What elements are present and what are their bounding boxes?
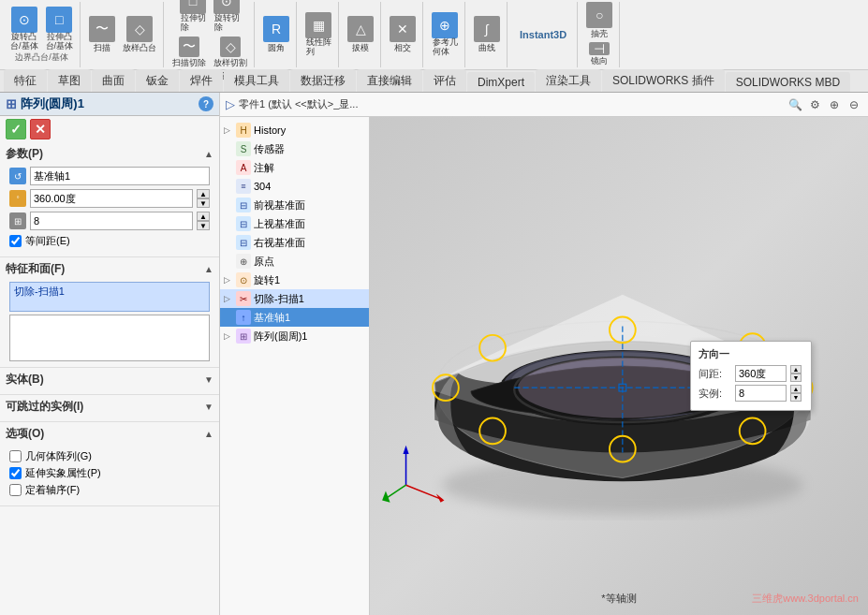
skip-collapse-arrow[interactable]: ▼ [204,402,213,412]
spacing-label: 间距: [699,367,731,381]
spacing-down-btn[interactable]: ▼ [790,373,802,382]
top-toolbar: ⊙ 旋转凸台/基体 □ 拉伸凸台/基体 边界凸台/基体 〜 扫描 ◇ 放样凸台 … [0,0,868,70]
tab-surface[interactable]: 曲面 [92,69,135,92]
right-plane-icon: ⊟ [236,235,251,250]
mirror-btn[interactable]: ⊣ 镜向 [586,41,612,68]
tab-render[interactable]: 渲染工具 [536,69,601,92]
tab-sketch[interactable]: 草图 [48,69,91,92]
angle-input[interactable] [30,189,193,208]
tree-item-origin[interactable]: ⊕ 原点 [220,252,369,271]
tab-mold[interactable]: 模具工具 [224,69,289,92]
options-collapse-arrow[interactable]: ▲ [204,429,213,439]
base-axis-icon: ↑ [236,310,251,325]
angle-down-btn[interactable]: ▼ [197,198,210,208]
params-title-text: 参数(P) [6,146,43,162]
tab-weldment[interactable]: 焊件 [180,69,223,92]
extrude-cut-btn[interactable]: □ 拉伸切除 [177,0,209,34]
tab-direct-edit[interactable]: 直接编辑 [357,69,422,92]
face-selected-item[interactable]: 切除-扫描1 [9,282,210,312]
tree-expand-btn[interactable]: ⊕ [826,96,843,113]
tab-sheet-metal[interactable]: 钣金 [136,69,179,92]
count-param-row: ⊞ ▲ ▼ [9,212,210,230]
tree-item-sensor[interactable]: S 传感器 [220,139,369,158]
skip-title-text: 可跳过的实例(I) [6,399,83,415]
count-down-btn[interactable]: ▼ [197,221,210,230]
ref-geometry-btn[interactable]: ⊕ 参考几何体 [429,11,461,58]
options-section: 选项(O) ▲ 几何体阵列(G) 延伸实象属性(P) 定着轴序(F) [0,422,219,506]
sweep-cut-btn[interactable]: 〜 扫描切除 [169,36,209,70]
fix-axis-checkbox[interactable] [9,484,22,496]
sensor-label: 传感器 [254,142,365,156]
angle-spinner: ▲ ▼ [197,189,210,208]
tree-item-cut-sweep[interactable]: ▷ ✂ 切除-扫描1 [220,289,369,308]
params-collapse-arrow[interactable]: ▲ [204,149,213,159]
face-collapse-arrow[interactable]: ▲ [204,264,213,274]
angle-param-row: ° ▲ ▼ [9,189,210,208]
axis-input[interactable] [30,167,210,185]
revolve-cut-btn[interactable]: ⊙ 旋转切除 [211,0,243,34]
cancel-button[interactable]: ✕ [30,119,51,139]
tab-dimxpert[interactable]: DimXpert [467,72,535,92]
tree-filter-btn[interactable]: ⚙ [806,96,823,113]
tree-search-btn[interactable]: 🔍 [787,96,803,113]
solid-collapse-arrow[interactable]: ▼ [204,374,213,385]
instances-down-btn[interactable]: ▼ [790,393,802,402]
ok-button[interactable]: ✓ [6,119,26,139]
revolve-boss-btn[interactable]: ⊙ 旋转凸台/基体 [7,6,41,52]
ref-geometry-label: 参考几何体 [433,38,458,57]
instant3d-btn[interactable]: Instant3D [513,24,573,45]
loft-icon: ◇ [126,16,153,42]
loft-cut-btn[interactable]: ◇ 放样切割 [211,36,250,70]
intersect-btn[interactable]: ✕ 相交 [387,15,419,55]
spacing-input[interactable] [735,365,787,382]
equal-spacing-checkbox[interactable] [9,235,22,247]
view-label: *等轴测 [601,592,636,606]
linear-pattern-btn[interactable]: ▦ 线性阵列 [302,11,334,58]
loft-cut-icon: ◇ [220,37,241,57]
tree-item-revolve1[interactable]: ▷ ⊙ 旋转1 [220,271,369,289]
tree-item-circular-array[interactable]: ▷ ⊞ 阵列(圆周)1 [220,327,369,345]
tree-item-history[interactable]: ▷ H History [220,121,369,139]
sweep-btn[interactable]: 〜 扫描 [86,15,118,55]
toolbar-group-boss: ⊙ 旋转凸台/基体 □ 拉伸凸台/基体 边界凸台/基体 [4,2,81,67]
draft-btn[interactable]: △ 拔模 [345,15,376,55]
tab-features[interactable]: 特征 [4,69,47,92]
fillet-btn[interactable]: R 圆角 [260,15,292,55]
viewport[interactable]: Ø10 [370,117,868,615]
angle-up-btn[interactable]: ▲ [197,189,210,198]
tab-data-migration[interactable]: 数据迁移 [290,69,356,92]
base-axis-label: 基准轴1 [254,311,365,325]
toolbar-group-shell: ○ 抽壳 ⊣ 镜向 [580,2,620,67]
main-area: ⊞ 阵列(圆周)1 ? ✓ ✕ 参数(P) ▲ ↺ ° [0,93,868,615]
tab-sw-plugins[interactable]: SOLIDWORKS 插件 [602,69,725,92]
tree-item-top-plane[interactable]: ⊟ 上视基准面 [220,214,369,233]
spacing-up-btn[interactable]: ▲ [790,365,802,373]
help-button[interactable]: ? [199,96,213,111]
curve-icon: ∫ [474,16,500,42]
curve-btn[interactable]: ∫ 曲线 [471,15,503,55]
instances-up-btn[interactable]: ▲ [790,385,802,393]
extend-visual-checkbox[interactable] [9,467,22,479]
geo-pattern-checkbox[interactable] [9,450,22,462]
instances-input[interactable] [735,385,787,402]
solid-title-text: 实体(B) [6,372,44,388]
loft-btn[interactable]: ◇ 放样凸台 [120,15,159,55]
tab-evaluate[interactable]: 评估 [423,69,466,92]
count-input[interactable] [30,212,193,230]
tree-item-right-plane[interactable]: ⊟ 右视基准面 [220,233,369,252]
left-panel: ⊞ 阵列(圆周)1 ? ✓ ✕ 参数(P) ▲ ↺ ° [0,93,220,615]
tree-item-base-axis[interactable]: ↑ 基准轴1 [220,308,369,327]
tab-sw-mbd[interactable]: SOLIDWORKS MBD [726,72,850,92]
count-up-btn[interactable]: ▲ [197,212,210,221]
tree-item-material[interactable]: ≡ 304 [220,177,369,196]
extrude-boss-btn[interactable]: □ 拉伸凸台/基体 [43,6,77,52]
tree-item-front-plane[interactable]: ⊟ 前视基准面 [220,196,369,214]
options-content: 几何体阵列(G) 延伸实象属性(P) 定着轴序(F) [6,445,213,502]
revolve1-arrow: ▷ [224,275,233,285]
tree-collapse-btn[interactable]: ⊖ [846,96,862,113]
annot-label: 注解 [254,161,365,175]
center-area: ▷ 零件1 (默认 <<默认>_显... 🔍 ⚙ ⊕ ⊖ ▷ H History [220,93,868,615]
watermark: 三维虎www.3dportal.cn [752,592,859,606]
shell-btn[interactable]: ○ 抽壳 [583,1,615,41]
tree-item-annotation[interactable]: A 注解 [220,158,369,177]
